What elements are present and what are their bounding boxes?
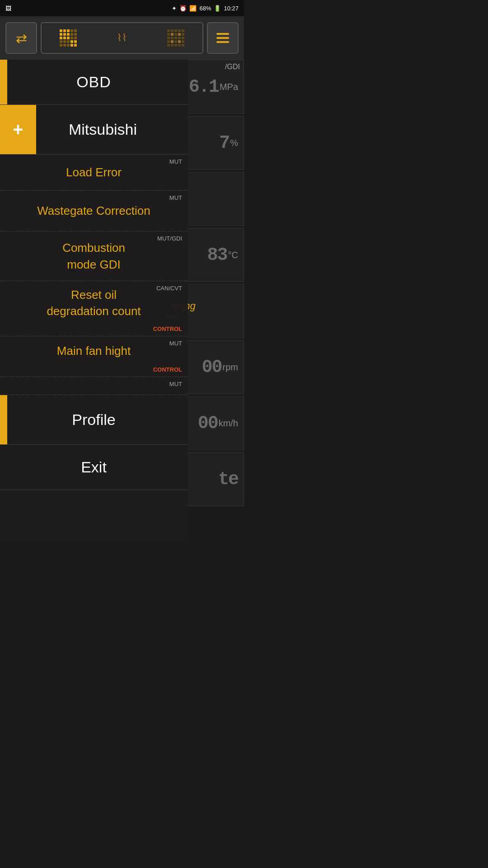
reset-oil-item[interactable]: CAN/CVT CONTROL Reset oildegradation cou… (0, 281, 188, 336)
arrows-button[interactable]: ⇄ (5, 22, 37, 54)
obd-label: OBD (76, 73, 111, 91)
main-fan-control: CONTROL (153, 366, 182, 373)
load-error-label: Load Error (7, 160, 180, 185)
profile-menu-item[interactable]: Profile (0, 395, 188, 445)
mpa-unit: MPa (220, 82, 238, 92)
temp-unit: °C (228, 250, 238, 260)
wave-icon: ⌇⌇ (117, 32, 127, 44)
wastegate-label: Wastegate Correction (7, 198, 180, 223)
alarm-icon: ⏰ (179, 5, 187, 12)
mitsubishi-label: Mitsubishi (69, 121, 137, 138)
add-button[interactable]: + (0, 105, 36, 154)
load-error-tag: MUT (169, 158, 182, 165)
speed-unit: km/h (219, 418, 238, 429)
wastegate-tag: MUT (169, 194, 182, 201)
main-fan-tag: MUT (169, 340, 182, 347)
image-icon: 🖼 (5, 5, 11, 12)
wastegate-item[interactable]: MUT Wastegate Correction (0, 191, 188, 231)
dotgrid-button[interactable] (162, 24, 189, 52)
combustion-label: Combustionmode GDI (7, 234, 180, 278)
toolbar: ⇄ ⌇⌇ (0, 16, 244, 60)
time-display: 10:27 (224, 5, 239, 12)
battery-icon: 🔋 (214, 5, 221, 12)
profile-bar (0, 395, 7, 444)
mut-spacer-item: MUT (0, 377, 188, 395)
battery-text: 68% (199, 5, 211, 12)
percent-value: 7 (219, 133, 229, 153)
rpm-value: 00 (202, 357, 222, 377)
rpm-unit: rpm (223, 362, 238, 373)
signal-icon: 📶 (189, 5, 197, 12)
combustion-tag: MUT/GDI (157, 235, 182, 242)
exit-label: Exit (81, 458, 107, 476)
temp-value: 83 (207, 245, 227, 265)
reset-oil-label: Reset oildegradation count (7, 281, 180, 325)
grid-button[interactable] (55, 24, 82, 52)
reset-oil-control: CONTROL (153, 326, 182, 332)
wave-button[interactable]: ⌇⌇ (108, 24, 136, 52)
reset-oil-tag: CAN/CVT (156, 285, 182, 292)
mitsubishi-menu-item[interactable]: + Mitsubishi (0, 105, 188, 155)
hamburger-button[interactable] (207, 22, 239, 54)
speed-value: 00 (198, 413, 218, 434)
hamburger-icon (216, 33, 229, 43)
bluetooth-icon: ✦ (172, 5, 177, 12)
te-value: te (218, 469, 238, 490)
grid-icon (60, 29, 77, 47)
menu-overlay: OBD + Mitsubishi MUT Load Error MUT Wast… (0, 60, 188, 542)
toolbar-center-group: ⌇⌇ (41, 22, 203, 54)
arrows-icon: ⇄ (16, 30, 27, 46)
profile-label: Profile (72, 411, 115, 429)
main-fan-label: Main fan hight (7, 339, 180, 363)
plus-icon: + (13, 119, 23, 140)
obd-bar (0, 60, 7, 104)
combustion-item[interactable]: MUT/GDI Combustionmode GDI (0, 231, 188, 281)
percent-unit: % (230, 138, 238, 148)
obd-menu-item[interactable]: OBD (0, 60, 188, 105)
load-error-item[interactable]: MUT Load Error (0, 155, 188, 191)
mpa-value: 6.1 (189, 77, 219, 97)
mut-spacer-tag: MUT (169, 381, 182, 387)
gdi-label: /GDI (225, 63, 240, 71)
main-fan-item[interactable]: MUT CONTROL Main fan hight (0, 336, 188, 377)
status-bar: 🖼 ✦ ⏰ 📶 68% 🔋 10:27 (0, 0, 244, 16)
exit-menu-item[interactable]: Exit (0, 445, 188, 490)
dotgrid-icon (167, 29, 184, 47)
